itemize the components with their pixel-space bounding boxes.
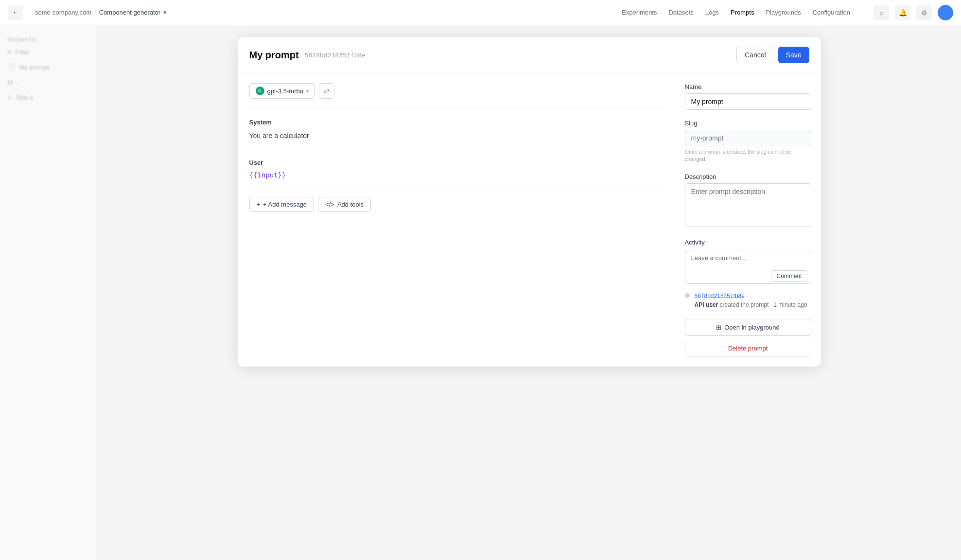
breadcrumb-sep: /	[94, 9, 96, 16]
activity-action: created the prompt · 1 minute ago	[720, 301, 807, 308]
activity-label: Activity	[685, 239, 811, 246]
save-button[interactable]: Save	[778, 47, 809, 63]
prompt-icon: 📄	[8, 64, 16, 71]
comment-button-label: Comment	[776, 273, 802, 280]
prompt-editor: G gpt-3.5-turbo ▾ ⇄ System You are a cal…	[238, 73, 675, 367]
breadcrumb: some-company.com / Component generator ▾	[35, 9, 167, 16]
modal-header: My prompt 5878bd218351fb8e Cancel Save	[238, 37, 821, 73]
add-message-label: + Add message	[263, 201, 307, 208]
nav-avatar[interactable]	[938, 5, 953, 20]
search-icon: ⌕	[879, 9, 883, 17]
breadcrumb-org: some-company.com	[35, 9, 91, 16]
nav-menu-playgrounds[interactable]: Playgrounds	[766, 9, 801, 16]
add-tools-button[interactable]: </> Add tools	[318, 197, 371, 212]
page-background: Prompts ≡ Filter 📄 My prompt M ·· 1 · Bb…	[0, 25, 961, 560]
back-icon: ←	[12, 9, 18, 16]
name-field-group: Name	[685, 83, 811, 110]
cancel-button[interactable]: Cancel	[736, 47, 774, 63]
nav-search-button[interactable]: ⌕	[874, 5, 889, 20]
activity-section: Activity Comment 5878bd218351fb8e	[685, 239, 811, 309]
bell-icon: 🔔	[899, 9, 907, 17]
comment-button[interactable]: Comment	[771, 270, 807, 282]
user-message-section: User {{input}}	[249, 159, 663, 189]
model-logo-icon: G	[256, 87, 264, 95]
add-message-button[interactable]: + + Add message	[249, 197, 315, 212]
name-field-label: Name	[685, 83, 811, 90]
slug-field-group: Slug Once a prompt is created, the slug …	[685, 120, 811, 163]
delete-prompt-label: Delete prompt	[728, 345, 768, 352]
sidebar-item-other2-label: 1 · Bbb·a	[8, 94, 33, 101]
sidebar-item-other2[interactable]: 1 · Bbb·a	[0, 90, 97, 105]
nav-settings-button[interactable]: ⚙	[916, 5, 932, 20]
user-content[interactable]: {{input}}	[249, 171, 663, 179]
system-message-section: System You are a calculator	[249, 119, 663, 151]
breadcrumb-dropdown-icon[interactable]: ▾	[163, 9, 167, 16]
slug-field-label: Slug	[685, 120, 811, 127]
nav-menu-prompts[interactable]: Prompts	[731, 9, 754, 16]
panel-actions: ⊞ Open in playground Delete prompt	[685, 319, 811, 357]
modal-title: My prompt	[249, 50, 299, 61]
add-tools-label: Add tools	[337, 201, 364, 208]
activity-text: 5878bd218351fb8e API user created the pr…	[695, 292, 807, 309]
description-textarea[interactable]	[685, 183, 811, 227]
code-icon: </>	[325, 201, 334, 208]
user-label: User	[249, 159, 663, 166]
modal-body: G gpt-3.5-turbo ▾ ⇄ System You are a cal…	[238, 73, 821, 367]
description-field-label: Description	[685, 173, 811, 180]
delete-prompt-button[interactable]: Delete prompt	[685, 340, 811, 357]
nav-bell-button[interactable]: 🔔	[895, 5, 910, 20]
left-sidebar: Prompts ≡ Filter 📄 My prompt M ·· 1 · Bb…	[0, 25, 97, 560]
plus-icon: +	[257, 201, 261, 208]
sidebar-item-myprompt[interactable]: 📄 My prompt	[0, 60, 97, 75]
open-playground-label: Open in playground	[724, 324, 779, 331]
modal-id: 5878bd218351fb8e	[305, 52, 366, 59]
activity-entry: 5878bd218351fb8e API user created the pr…	[685, 292, 811, 309]
nav-menu-experiments[interactable]: Experiments	[622, 9, 657, 16]
sliders-icon: ⇄	[324, 87, 330, 95]
sidebar-item-myprompt-label: My prompt	[19, 64, 49, 71]
activity-link[interactable]: 5878bd218351fb8e	[695, 293, 745, 299]
navbar: ← some-company.com / Component generator…	[0, 0, 961, 25]
open-playground-button[interactable]: ⊞ Open in playground	[685, 319, 811, 336]
name-input[interactable]	[685, 93, 811, 110]
nav-icons: ⌕ 🔔 ⚙	[874, 5, 953, 20]
add-buttons: + + Add message </> Add tools	[249, 197, 663, 212]
modal-panel: My prompt 5878bd218351fb8e Cancel Save G	[238, 37, 821, 367]
sidebar-item-other1-label: M ··	[8, 79, 18, 86]
comment-box-wrapper: Comment	[685, 250, 811, 286]
settings-icon: ⚙	[921, 9, 927, 17]
sidebar-item-other1[interactable]: M ··	[0, 75, 97, 90]
model-row: G gpt-3.5-turbo ▾ ⇄	[249, 83, 663, 109]
slug-hint: Once a prompt is created, the slug canno…	[685, 148, 811, 163]
breadcrumb-project[interactable]: Component generator	[99, 9, 160, 16]
model-name: gpt-3.5-turbo	[267, 88, 303, 95]
model-selector[interactable]: G gpt-3.5-turbo ▾	[249, 83, 315, 99]
sidebar-section-title: Prompts	[0, 33, 97, 45]
activity-author: API user	[695, 301, 718, 308]
system-label: System	[249, 119, 663, 126]
playground-icon: ⊞	[716, 324, 721, 331]
nav-menu-configuration[interactable]: Configuration	[813, 9, 850, 16]
nav-menu: Experiments Datasets Logs Prompts Playgr…	[622, 9, 850, 16]
slug-input[interactable]	[685, 130, 811, 146]
model-settings-button[interactable]: ⇄	[319, 83, 334, 99]
filter-icon: ≡	[8, 49, 12, 56]
nav-menu-logs[interactable]: Logs	[705, 9, 719, 16]
settings-panel: Name Slug Once a prompt is created, the …	[675, 73, 821, 367]
sidebar-item-filter[interactable]: ≡ Filter	[0, 45, 97, 60]
back-button[interactable]: ←	[8, 5, 23, 20]
sidebar-item-filter-label: Filter	[16, 49, 30, 56]
model-chevron-icon: ▾	[306, 88, 309, 94]
nav-menu-datasets[interactable]: Datasets	[668, 9, 693, 16]
system-content[interactable]: You are a calculator	[249, 131, 663, 141]
description-field-group: Description	[685, 173, 811, 229]
modal-header-actions: Cancel Save	[736, 47, 809, 63]
activity-dot	[685, 293, 690, 298]
main-content: My prompt 5878bd218351fb8e Cancel Save G	[97, 25, 961, 560]
